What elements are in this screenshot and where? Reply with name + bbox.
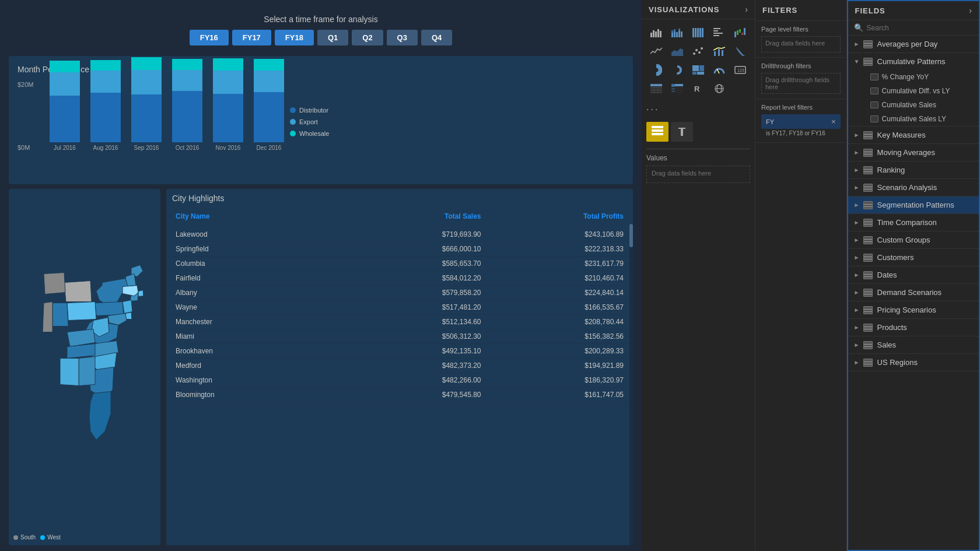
field-sub-item[interactable]: Cumulative Diff. vs LY	[848, 84, 979, 98]
field-group-header-customers[interactable]: ►Customers	[848, 249, 979, 266]
viz-icon-r-visual[interactable]: R	[688, 80, 708, 97]
bar-distributor-aug	[90, 93, 121, 142]
filter-chip-fy[interactable]: FY ×	[761, 114, 841, 129]
fields-panel-arrow[interactable]: ›	[969, 6, 972, 15]
field-group-header-scenario-analysis[interactable]: ►Scenario Analysis	[848, 179, 979, 196]
bar-label-oct: Oct 2016	[176, 145, 200, 151]
svg-rect-86	[652, 126, 663, 128]
viz-icon-treemap[interactable]	[688, 61, 708, 79]
search-icon: 🔍	[854, 23, 863, 32]
field-group-name: Scenario Analysis	[877, 183, 973, 192]
chart-content: $20M $0M Jul 2016	[18, 81, 624, 163]
tf-btn-fy18[interactable]: FY18	[275, 30, 314, 45]
viz-icon-gauge[interactable]	[709, 61, 729, 79]
svg-rect-35	[674, 29, 676, 31]
map-legend-south: South	[13, 534, 36, 541]
field-group-header-demand-scenarios[interactable]: ►Demand Scenarios	[848, 284, 979, 301]
field-group-header-us-regions[interactable]: ►US Regions	[848, 354, 979, 371]
viz-panel-arrow[interactable]: ›	[745, 5, 748, 14]
svg-rect-65	[699, 65, 704, 71]
svg-rect-47	[713, 33, 723, 34]
tf-btn-q2[interactable]: Q2	[352, 30, 383, 45]
viz-icon-bar[interactable]	[646, 24, 666, 41]
viz-icon-ribbon[interactable]	[730, 43, 750, 60]
viz-bottom-fields[interactable]	[646, 122, 668, 142]
field-expand-icon: ►	[854, 359, 860, 366]
field-group-header-custom-groups[interactable]: ►Custom Groups	[848, 231, 979, 248]
cell-profits: $186,320.97	[485, 375, 628, 385]
page-filters-label: Page level filters	[761, 26, 841, 33]
search-input[interactable]	[867, 24, 973, 32]
field-group: ►Pricing Scenarios	[848, 301, 979, 319]
viz-icon-scatter[interactable]	[688, 43, 708, 60]
tf-btn-fy17[interactable]: FY17	[232, 30, 271, 45]
field-group-header-key-measures[interactable]: ►Key Measures	[848, 127, 979, 143]
cell-city: Brookhaven	[172, 346, 342, 356]
tf-btn-fy16[interactable]: FY16	[190, 30, 229, 45]
field-table-icon	[863, 184, 873, 192]
drillthrough-label: Drillthrough filters	[761, 62, 841, 69]
viz-icon-area[interactable]	[667, 43, 687, 60]
viz-bottom-format[interactable]	[671, 122, 693, 142]
svg-rect-64	[692, 65, 699, 71]
tf-btn-q4[interactable]: Q4	[421, 30, 452, 45]
field-group-header-ranking[interactable]: ►Ranking	[848, 162, 979, 178]
fields-panel-title: FIELDS	[855, 6, 886, 15]
tf-btn-q3[interactable]: Q3	[387, 30, 418, 45]
field-table-icon	[863, 306, 873, 314]
scrollbar[interactable]	[629, 224, 633, 545]
field-group-header-averages-per-day[interactable]: ►Averages per Day	[848, 36, 979, 52]
legend-item-wholesale: Wholesale	[290, 130, 329, 137]
filter-chip-close[interactable]: ×	[831, 117, 836, 126]
field-expand-icon: ►	[854, 219, 860, 226]
field-sub-item[interactable]: Cumulative Sales	[848, 98, 979, 112]
viz-icon-donut[interactable]	[667, 61, 687, 79]
field-sub-item[interactable]: % Change YoY	[848, 70, 979, 84]
field-group-header-cumulative-patterns[interactable]: ▼Cumulative Patterns	[848, 53, 979, 70]
svg-marker-19	[79, 357, 95, 386]
legend-dot-distributor	[290, 107, 296, 113]
viz-icon-globe[interactable]	[709, 80, 729, 97]
cell-city: Medford	[172, 360, 342, 371]
viz-icon-pie[interactable]	[646, 61, 666, 79]
viz-icon-100-bar[interactable]	[688, 24, 708, 41]
field-sub-item[interactable]: Cumulative Sales LY	[848, 112, 979, 126]
field-table-icon	[863, 289, 873, 297]
page-filters-drag[interactable]: Drag data fields here	[761, 36, 841, 52]
values-drag-area[interactable]: Drag data fields here	[646, 166, 750, 183]
viz-icon-horizontal-bar[interactable]	[709, 24, 729, 41]
field-group-header-time-comparison[interactable]: ►Time Comparison	[848, 214, 979, 231]
viz-icon-matrix[interactable]	[667, 80, 687, 97]
tf-btn-q1[interactable]: Q1	[317, 30, 348, 45]
scrollbar-thumb[interactable]	[629, 224, 633, 247]
viz-icon-waterfall[interactable]	[730, 24, 750, 41]
cell-city: Fairfield	[172, 273, 342, 283]
field-sub-icon	[870, 115, 878, 122]
viz-icon-table[interactable]	[646, 80, 666, 97]
field-group-header-dates[interactable]: ►Dates	[848, 266, 979, 283]
filter-chip-sub: is FY17, FY18 or FY16	[761, 129, 841, 138]
field-group-name: Dates	[877, 271, 973, 279]
field-group-header-moving-averages[interactable]: ►Moving Averages	[848, 144, 979, 161]
field-group-header-products[interactable]: ►Products	[848, 319, 979, 336]
viz-icon-combo[interactable]	[709, 43, 729, 60]
y-label-20m: $20M	[18, 81, 34, 88]
field-group-header-pricing-scenarios[interactable]: ►Pricing Scenarios	[848, 301, 979, 318]
field-group-header-sales[interactable]: ►Sales	[848, 336, 979, 353]
bar-stack-oct	[172, 59, 202, 142]
drillthrough-drag[interactable]: Drag drillthrough fields here	[761, 73, 841, 94]
col-header-profits: Total Profits	[485, 210, 628, 223]
svg-rect-39	[681, 31, 682, 37]
field-group: ►Moving Averages	[848, 144, 979, 162]
viz-icon-stacked-bar[interactable]	[667, 24, 687, 41]
field-table-icon	[863, 166, 873, 174]
bar-export-dec	[254, 71, 284, 92]
drillthrough-section: Drillthrough filters Drag drillthrough f…	[755, 58, 846, 99]
field-table-icon	[863, 131, 873, 139]
col-header-sales: Total Sales	[342, 210, 485, 223]
viz-icon-card[interactable]: 123	[730, 61, 750, 79]
field-group-header-segmentation-patterns[interactable]: ►Segmentation Patterns	[848, 196, 979, 213]
field-sub-name: Cumulative Diff. vs LY	[882, 87, 950, 95]
viz-icon-line[interactable]	[646, 43, 666, 60]
field-group: ►Demand Scenarios	[848, 284, 979, 301]
